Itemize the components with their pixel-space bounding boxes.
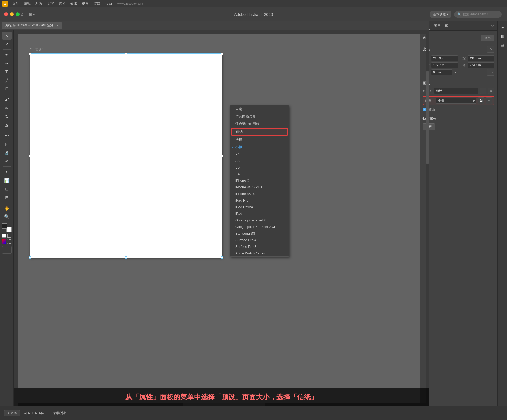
dropdown-item[interactable]: iPad Retina bbox=[230, 204, 289, 210]
preset-select[interactable]: 小报 bbox=[436, 98, 476, 104]
zoom-level[interactable]: 38.29% bbox=[4, 410, 20, 416]
menu-effect[interactable]: 效果 bbox=[68, 1, 79, 7]
last-page-icon[interactable]: ▶▶ bbox=[39, 411, 44, 415]
close-button[interactable] bbox=[4, 12, 8, 16]
zoom-tool[interactable]: 🔍 bbox=[2, 213, 12, 221]
dropdown-item[interactable]: B5 bbox=[230, 164, 289, 171]
rotate-tool[interactable]: ↻ bbox=[2, 113, 12, 120]
foreground-color[interactable] bbox=[2, 223, 7, 229]
preset-edit-icon[interactable]: ✏ bbox=[486, 97, 492, 104]
dropdown-item[interactable]: Surface Pro 3 bbox=[230, 243, 289, 250]
free-transform-tool[interactable]: ⊡ bbox=[2, 140, 12, 148]
tab-layers[interactable]: 图层 bbox=[434, 22, 441, 29]
dropdown-item[interactable]: iPad Pro bbox=[230, 197, 289, 204]
first-page-icon[interactable]: ▶ bbox=[28, 411, 30, 415]
curvature-tool[interactable]: ∽ bbox=[2, 59, 12, 67]
dropdown-item[interactable]: Google pixel/Pixel 2 bbox=[230, 217, 289, 223]
slice-tool[interactable]: ⊟ bbox=[2, 193, 12, 201]
direct-selection-tool[interactable]: ↗ bbox=[2, 40, 12, 48]
dropdown-item[interactable]: A3 bbox=[230, 157, 289, 164]
home-icon[interactable]: ⌂ bbox=[18, 11, 26, 18]
stroke-indicator[interactable] bbox=[7, 234, 11, 238]
handle-middle-left[interactable] bbox=[29, 155, 31, 157]
none-btn[interactable] bbox=[7, 239, 11, 244]
shape-tool[interactable]: □ bbox=[2, 85, 12, 93]
artboard-tool[interactable]: ⊞ bbox=[2, 185, 12, 193]
handle-top-right[interactable] bbox=[221, 53, 223, 55]
hand-tool[interactable]: ✋ bbox=[2, 204, 12, 212]
scale-tool[interactable]: ⇲ bbox=[2, 121, 12, 129]
selection-tool[interactable]: ↖ bbox=[2, 32, 12, 40]
preset-save-icon[interactable]: 💾 bbox=[478, 97, 484, 104]
properties-icon[interactable]: ▤ bbox=[498, 41, 507, 49]
y-input[interactable] bbox=[431, 62, 458, 68]
dropdown-item[interactable]: B4 bbox=[230, 171, 289, 177]
dropdown-item[interactable]: 适合选中的图稿 bbox=[230, 120, 289, 128]
search-bar[interactable]: 🔍 搜索 Adobe Stock bbox=[454, 11, 502, 18]
flip-icon[interactable] bbox=[487, 69, 494, 76]
artboard[interactable] bbox=[30, 53, 222, 258]
dropdown-item[interactable]: 适合图稿边界 bbox=[230, 113, 289, 120]
menu-file[interactable]: 文件 bbox=[10, 1, 21, 7]
constrain-proportions-icon[interactable] bbox=[487, 46, 494, 53]
menu-select[interactable]: 选择 bbox=[57, 1, 68, 7]
canvas-area[interactable]: 01 - 画板 1 bbox=[14, 30, 429, 406]
handle-bottom-center[interactable] bbox=[125, 256, 127, 259]
workspace-button[interactable]: 基本功能 ▾ bbox=[430, 11, 451, 18]
graph-tool[interactable]: 📊 bbox=[2, 176, 12, 184]
fill-indicator[interactable] bbox=[2, 234, 6, 238]
layout-switcher[interactable]: ⊞ ▾ bbox=[29, 12, 35, 16]
blend-tool[interactable]: ∞ bbox=[2, 157, 12, 165]
dropdown-item[interactable]: ✓小报 bbox=[230, 143, 289, 151]
menu-text[interactable]: 文字 bbox=[45, 1, 56, 7]
handle-bottom-right[interactable] bbox=[221, 256, 223, 259]
symbol-sprayer-tool[interactable]: ✦ bbox=[2, 168, 12, 176]
gradient-btn[interactable] bbox=[2, 239, 6, 244]
document-tab[interactable]: 海报 @ 38.29% (CMYK/GPU 预览) × bbox=[2, 22, 62, 29]
x-input[interactable] bbox=[431, 55, 458, 61]
artboard-name-input[interactable] bbox=[434, 88, 478, 94]
text-tool[interactable]: T bbox=[2, 68, 12, 76]
menu-help[interactable]: 帮助 bbox=[103, 1, 114, 7]
eyedropper-tool[interactable]: 🔬 bbox=[2, 149, 12, 157]
dropdown-item[interactable]: 自定 bbox=[230, 105, 289, 113]
panel-expand-icon[interactable]: >> bbox=[491, 24, 494, 28]
line-tool[interactable]: ╱ bbox=[2, 76, 12, 84]
paintbrush-tool[interactable]: 🖌 bbox=[2, 96, 12, 104]
dropdown-item[interactable]: Apple Watch 42mm bbox=[230, 250, 289, 256]
handle-top-center[interactable] bbox=[125, 53, 127, 55]
pen-tool[interactable]: ✒ bbox=[2, 51, 12, 59]
menu-window[interactable]: 窗口 bbox=[91, 1, 102, 7]
add-artboard-icon[interactable]: + bbox=[480, 88, 486, 94]
angle-input[interactable] bbox=[431, 69, 452, 75]
dropdown-item[interactable]: iPhone X bbox=[230, 177, 289, 184]
warp-tool[interactable]: 〜 bbox=[2, 132, 12, 140]
layers-icon[interactable]: ◧ bbox=[498, 32, 507, 40]
handle-bottom-left[interactable] bbox=[29, 256, 31, 259]
exit-artboard-button[interactable]: 退出 bbox=[481, 35, 494, 41]
more-tools-btn[interactable]: ••• bbox=[2, 246, 12, 254]
cloud-icon[interactable]: ☁ bbox=[498, 23, 507, 31]
height-input[interactable] bbox=[468, 62, 495, 68]
dropdown-item[interactable]: A4 bbox=[230, 151, 289, 157]
tab-close-icon[interactable]: × bbox=[57, 24, 58, 27]
menu-view[interactable]: 视图 bbox=[80, 1, 91, 7]
scrollbar-vertical[interactable] bbox=[426, 34, 429, 403]
dropdown-item[interactable]: 法律 bbox=[230, 136, 289, 143]
dropdown-item[interactable]: Samsung S8 bbox=[230, 230, 289, 237]
dropdown-item[interactable]: 信纸 bbox=[231, 128, 288, 136]
prev-page-icon[interactable]: ◀ bbox=[24, 411, 26, 415]
preset-dropdown[interactable]: 自定适合图稿边界适合选中的图稿信纸法律✓小报A4A3B5B4iPhone XiP… bbox=[230, 105, 289, 257]
tab-library[interactable]: 库 bbox=[445, 22, 448, 29]
width-input[interactable] bbox=[468, 55, 495, 61]
menu-edit[interactable]: 编辑 bbox=[22, 1, 33, 7]
next-page-icon[interactable]: ▶ bbox=[35, 411, 37, 415]
dropdown-item[interactable]: Surface Pro 4 bbox=[230, 237, 289, 243]
dropdown-item[interactable]: iPad bbox=[230, 210, 289, 217]
menu-object[interactable]: 对象 bbox=[33, 1, 44, 7]
pencil-tool[interactable]: ✏ bbox=[2, 104, 12, 112]
dropdown-item[interactable]: iPhone 8/7/6 Plus bbox=[230, 184, 289, 190]
handle-top-left[interactable] bbox=[29, 53, 31, 55]
delete-artboard-icon[interactable]: 🗑 bbox=[488, 88, 494, 94]
handle-middle-right[interactable] bbox=[221, 155, 223, 157]
